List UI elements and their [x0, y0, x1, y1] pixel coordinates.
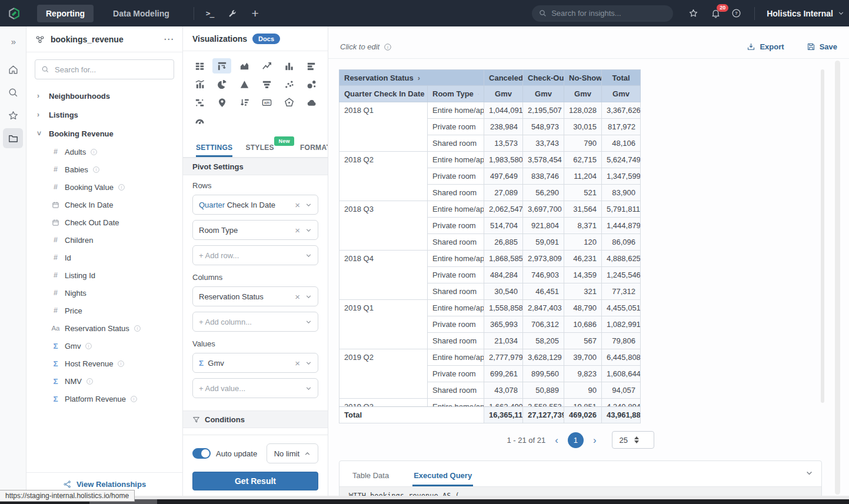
- area-chart-icon[interactable]: [235, 58, 254, 74]
- workspace-switcher[interactable]: Holistics Internal: [767, 9, 844, 18]
- home-icon[interactable]: [3, 59, 23, 79]
- data-table-icon[interactable]: [190, 58, 209, 74]
- bell-icon[interactable]: 20: [711, 8, 721, 18]
- current-page-button[interactable]: 1: [568, 432, 584, 448]
- star-icon[interactable]: [688, 8, 698, 18]
- chevron-down-icon[interactable]: [305, 227, 312, 233]
- help-icon[interactable]: ?: [731, 8, 741, 18]
- tab-executed-query[interactable]: Executed Query: [412, 464, 473, 486]
- col-header-canceled[interactable]: Canceled: [484, 70, 523, 86]
- page-size-select[interactable]: 25: [612, 431, 654, 449]
- col-header-no-show[interactable]: No-Show: [564, 70, 602, 86]
- terminal-icon[interactable]: >_: [206, 9, 214, 18]
- scatter-chart-icon[interactable]: [279, 76, 298, 92]
- sql-preview[interactable]: WITH bookings_revenue AS (: [339, 486, 821, 496]
- row-limit-dropdown[interactable]: No limit: [267, 443, 318, 463]
- pivot-col-dimension-header[interactable]: Reservation Status›: [339, 70, 484, 86]
- chevron-down-icon[interactable]: [305, 202, 312, 208]
- kpi-icon[interactable]: KPI: [257, 95, 276, 110]
- pivot-row-dimension-1-header[interactable]: Quarter Check In Date: [339, 86, 428, 102]
- holistics-logo-icon[interactable]: [8, 7, 21, 20]
- bar-chart-icon[interactable]: [302, 58, 321, 74]
- tree-group-booking-revenue[interactable]: ˅Booking Revenue: [26, 124, 182, 143]
- measure-header-check-out[interactable]: Gmv: [523, 86, 564, 102]
- add-row-dropdown[interactable]: + Add row...: [192, 245, 318, 265]
- tab-settings[interactable]: SETTINGS: [196, 139, 232, 157]
- row-field-quarter-check-in-date[interactable]: Quarter Check In Date ×: [192, 195, 318, 215]
- field-item-gmv[interactable]: ΣGmvi: [26, 337, 182, 355]
- add-column-dropdown[interactable]: + Add column...: [192, 312, 318, 332]
- line-chart-icon[interactable]: [257, 58, 276, 74]
- field-item-nmv[interactable]: ΣNMVi: [26, 372, 182, 390]
- field-item-booking-value[interactable]: #Booking Valuei: [26, 178, 182, 196]
- pivot-table-icon[interactable]: [212, 58, 231, 74]
- remove-icon[interactable]: ×: [295, 226, 300, 235]
- docs-badge[interactable]: Docs: [252, 34, 280, 44]
- next-page-icon[interactable]: ›: [592, 435, 598, 445]
- get-result-button[interactable]: Get Result: [192, 472, 318, 490]
- combo-chart-icon[interactable]: [190, 76, 209, 92]
- chevron-down-icon[interactable]: [305, 293, 312, 300]
- prev-page-icon[interactable]: ‹: [554, 435, 560, 445]
- expand-sidebar-icon[interactable]: »: [3, 31, 23, 51]
- field-item-check-out-date[interactable]: Check Out Date: [26, 213, 182, 231]
- chevron-down-icon[interactable]: [305, 360, 312, 366]
- row-field-room-type[interactable]: Room Type ×: [192, 220, 318, 240]
- auto-update-toggle[interactable]: [192, 448, 211, 459]
- funnel-chart-icon[interactable]: [257, 76, 276, 92]
- bubble-chart-icon[interactable]: [302, 76, 321, 92]
- field-item-host-revenue[interactable]: ΣHost Revenuei: [26, 355, 182, 372]
- tab-reporting[interactable]: Reporting: [37, 5, 94, 22]
- field-item-nights[interactable]: #Nights: [26, 284, 182, 302]
- more-options-icon[interactable]: ⋯: [164, 36, 174, 42]
- tab-styles[interactable]: STYLES New: [245, 139, 274, 157]
- field-item-platform-revenue[interactable]: ΣPlatform Revenuei: [26, 390, 182, 408]
- value-field-gmv[interactable]: Σ Gmv ×: [192, 353, 318, 373]
- tab-format[interactable]: FORMAT: [300, 139, 328, 157]
- wrench-icon[interactable]: [228, 9, 237, 18]
- pie-chart-icon[interactable]: [212, 76, 231, 92]
- collapse-panel-icon[interactable]: [805, 469, 813, 477]
- gantt-chart-icon[interactable]: [190, 95, 209, 110]
- field-item-reservation-status[interactable]: AaReservation Statusi: [26, 319, 182, 337]
- tab-data-modeling[interactable]: Data Modeling: [104, 5, 178, 22]
- field-item-listing-id[interactable]: #Listing Id: [26, 266, 182, 284]
- table-scrollbar[interactable]: [821, 69, 824, 403]
- measure-header-total[interactable]: Gmv: [602, 86, 641, 102]
- search-icon[interactable]: [3, 82, 23, 102]
- column-chart-icon[interactable]: [279, 58, 298, 74]
- ranking-icon[interactable]: [235, 95, 254, 110]
- remove-icon[interactable]: ×: [295, 359, 300, 368]
- measure-header-no-show[interactable]: Gmv: [564, 86, 602, 102]
- tab-table-data[interactable]: Table Data: [351, 464, 390, 486]
- folder-icon[interactable]: [3, 128, 23, 148]
- column-field-reservation-status[interactable]: Reservation Status ×: [192, 286, 318, 306]
- gauge-icon[interactable]: [190, 113, 209, 128]
- col-header-total[interactable]: Total: [602, 70, 641, 86]
- plus-icon[interactable]: +: [251, 8, 258, 19]
- page-scrollbar[interactable]: [835, 61, 840, 495]
- field-item-children[interactable]: #Children: [26, 231, 182, 249]
- col-header-check-out[interactable]: Check-Out: [523, 70, 564, 86]
- field-item-check-in-date[interactable]: Check In Date: [26, 196, 182, 213]
- save-button[interactable]: Save: [807, 42, 837, 51]
- pyramid-chart-icon[interactable]: [235, 76, 254, 92]
- report-title[interactable]: Click to edit i: [340, 42, 392, 51]
- remove-icon[interactable]: ×: [295, 292, 300, 301]
- field-item-price[interactable]: #Price: [26, 302, 182, 319]
- measure-header-canceled[interactable]: Gmv: [484, 86, 523, 102]
- pivot-row-dimension-2-header[interactable]: Room Type: [428, 86, 484, 102]
- field-search-input[interactable]: Search for...: [35, 59, 174, 79]
- field-item-adults[interactable]: #Adultsi: [26, 143, 182, 161]
- tree-group-listings[interactable]: ›Listings: [26, 105, 182, 124]
- geo-map-icon[interactable]: [212, 95, 231, 110]
- global-search-input[interactable]: Search for insights...: [532, 5, 673, 22]
- word-cloud-icon[interactable]: [302, 95, 321, 110]
- radar-chart-icon[interactable]: [279, 95, 298, 110]
- add-value-dropdown[interactable]: + Add value...: [192, 378, 318, 398]
- star-icon[interactable]: [3, 105, 23, 125]
- export-button[interactable]: Export: [747, 42, 784, 51]
- field-item-babies[interactable]: #Babiesi: [26, 161, 182, 178]
- remove-icon[interactable]: ×: [295, 201, 300, 209]
- field-item-id[interactable]: #Id: [26, 249, 182, 266]
